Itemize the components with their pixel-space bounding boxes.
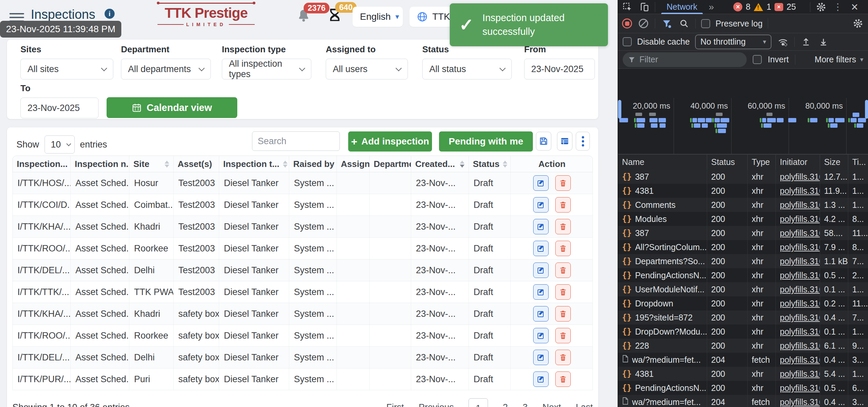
delete-button[interactable] xyxy=(555,372,571,387)
network-request-row[interactable]: {}Modules200xhrpolyfills.3164.2 ...8... xyxy=(618,212,868,226)
from-date-input[interactable]: 23-Nov-2025 xyxy=(524,59,595,80)
network-request-row[interactable]: {}Comments200xhrpolyfills.3161.3 ...1... xyxy=(618,198,868,212)
column-header-department[interactable]: Department xyxy=(370,156,411,172)
column-header-raisedby[interactable]: Raised by xyxy=(289,156,337,172)
filter-select[interactable]: All inspection types xyxy=(222,59,311,80)
column-header-action[interactable]: Action xyxy=(511,156,593,172)
column-header-status[interactable]: Status xyxy=(469,156,511,172)
delete-button[interactable] xyxy=(555,328,571,343)
filter-select[interactable]: All status xyxy=(422,59,512,80)
page-size-select[interactable]: 10 xyxy=(44,136,75,153)
column-settings-button[interactable] xyxy=(557,132,572,150)
net-column-type[interactable]: Type xyxy=(748,154,776,170)
net-column-initiator[interactable]: Initiator xyxy=(776,154,820,170)
pagination-next[interactable]: Next xyxy=(542,402,561,407)
disable-cache-checkbox[interactable] xyxy=(623,37,632,46)
edit-button[interactable] xyxy=(533,175,549,191)
net-column-name[interactable]: Name xyxy=(618,154,707,170)
pagination-2[interactable]: 2 xyxy=(503,402,508,407)
pagination-first[interactable]: First xyxy=(386,402,404,407)
network-request-row[interactable]: {}228200xhrpolyfills.3166.1 ...9... xyxy=(618,339,868,353)
initiator-link[interactable]: polyfills.316 xyxy=(780,200,820,210)
network-request-row[interactable]: {}Dropdown200xhrpolyfills.3160.2 ...11..… xyxy=(618,296,868,311)
initiator-link[interactable]: polyfills.316 xyxy=(780,270,820,280)
invert-checkbox[interactable] xyxy=(753,55,762,64)
language-selector[interactable]: English ▾ xyxy=(352,7,403,27)
network-request-row[interactable]: {}4381200xhrpolyfills.31611.9...1... xyxy=(618,184,868,198)
close-devtools-icon[interactable]: × xyxy=(848,1,861,13)
more-actions-button[interactable] xyxy=(576,132,590,150)
edit-button[interactable] xyxy=(533,328,549,343)
issues-icon[interactable]: × xyxy=(775,3,783,11)
initiator-link[interactable]: polyfills.316 xyxy=(780,299,820,309)
network-request-row[interactable]: wa/?medium=fet...204fetchpolyfills.3160.… xyxy=(618,395,868,407)
record-network-log-icon[interactable] xyxy=(622,19,632,29)
initiator-link[interactable]: polyfills.316 xyxy=(780,242,820,252)
settings-gear-icon[interactable] xyxy=(815,1,827,13)
save-view-button[interactable] xyxy=(536,132,551,150)
initiator-link[interactable]: polyfills.316 xyxy=(780,228,820,238)
initiator-link[interactable]: polyfills.316 xyxy=(780,383,820,393)
column-header-inspection[interactable]: Inspection... xyxy=(13,156,71,172)
network-request-row[interactable]: {}Departments?So...200xhrpolyfills.3161.… xyxy=(618,254,868,268)
edit-button[interactable] xyxy=(533,284,549,300)
network-request-row[interactable]: {}195?siteId=872200xhrpolyfills.3160.4 .… xyxy=(618,311,868,324)
delete-button[interactable] xyxy=(555,350,571,365)
column-header-inspectiont[interactable]: Inspection t... xyxy=(219,156,289,172)
search-network-icon[interactable] xyxy=(678,18,690,29)
more-tabs-icon[interactable]: » xyxy=(709,2,714,12)
edit-button[interactable] xyxy=(533,306,549,321)
error-badge-icon[interactable]: × xyxy=(733,2,742,11)
initiator-link[interactable]: polyfills.316 xyxy=(780,186,820,196)
pending-tasks[interactable]: 640 xyxy=(328,7,342,26)
clear-network-log-icon[interactable] xyxy=(638,18,650,29)
edit-button[interactable] xyxy=(533,350,549,365)
edit-button[interactable] xyxy=(533,197,549,212)
initiator-link[interactable]: polyfills.316 xyxy=(780,397,820,407)
net-column-size[interactable]: Size xyxy=(820,154,848,170)
pagination-previous[interactable]: Previous xyxy=(418,402,454,407)
device-toolbar-icon[interactable] xyxy=(638,1,650,13)
delete-button[interactable] xyxy=(555,219,571,234)
delete-button[interactable] xyxy=(555,197,571,212)
initiator-link[interactable]: polyfills.316 xyxy=(780,214,820,224)
network-request-row[interactable]: {}UserModuleNotif...200xhrpolyfills.3160… xyxy=(618,282,868,296)
edit-button[interactable] xyxy=(533,262,549,278)
network-filter-input[interactable] xyxy=(640,55,723,64)
network-overview-timeline[interactable]: 20,000 ms40,000 ms60,000 ms80,000 ms xyxy=(618,98,868,154)
inspect-element-icon[interactable] xyxy=(621,1,633,13)
column-header-assets[interactable]: Asset(s) xyxy=(174,156,219,172)
timeline-handle-left[interactable] xyxy=(618,100,621,119)
delete-button[interactable] xyxy=(555,175,571,191)
edit-button[interactable] xyxy=(533,219,549,234)
initiator-link[interactable]: polyfills.316 xyxy=(780,327,820,337)
column-header-assigne[interactable]: Assigne... xyxy=(337,156,370,172)
to-date-input[interactable]: 23-Nov-2025 xyxy=(21,97,98,118)
info-icon[interactable]: i xyxy=(104,9,115,19)
delete-button[interactable] xyxy=(555,262,571,278)
column-header-site[interactable]: Site xyxy=(129,156,174,172)
network-request-row[interactable]: {}DropDown?Modu...200xhrpolyfills.3160.1… xyxy=(618,324,868,339)
column-header-inspectionn[interactable]: Inspection n... xyxy=(71,156,129,172)
search-input[interactable] xyxy=(252,132,340,151)
filter-toggle-icon[interactable] xyxy=(660,18,673,29)
initiator-link[interactable]: polyfills.316 xyxy=(780,313,820,322)
pagination-page-active[interactable]: 1 xyxy=(468,398,488,407)
add-inspection-button[interactable]: + Add inspection xyxy=(348,132,432,151)
initiator-link[interactable]: polyfills.316 xyxy=(780,341,820,351)
export-har-icon[interactable] xyxy=(817,36,830,48)
filter-select[interactable]: All sites xyxy=(21,59,113,80)
calendar-view-button[interactable]: Calendar view xyxy=(106,97,237,118)
column-header-created[interactable]: Created... xyxy=(411,156,469,172)
initiator-link[interactable]: polyfills.316 xyxy=(780,172,820,182)
success-toast[interactable]: ✓ Inspection updated successfully xyxy=(450,3,608,46)
pending-with-me-button[interactable]: Pending with me xyxy=(439,132,533,151)
net-column-status[interactable]: Status xyxy=(707,154,748,170)
network-settings-gear-icon[interactable] xyxy=(852,18,864,29)
initiator-link[interactable]: polyfills.316 xyxy=(780,257,820,266)
hamburger-menu-icon[interactable] xyxy=(9,11,24,21)
net-column-ti[interactable]: Ti... xyxy=(848,154,868,170)
more-filters-dropdown[interactable]: More filters ▾ xyxy=(815,55,863,64)
delete-button[interactable] xyxy=(555,306,571,321)
warning-icon[interactable] xyxy=(754,3,763,11)
